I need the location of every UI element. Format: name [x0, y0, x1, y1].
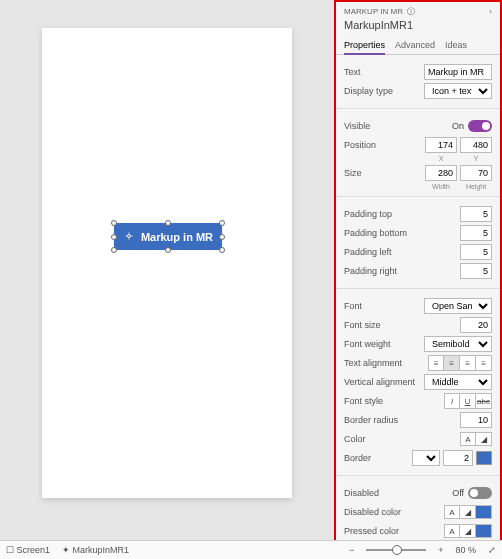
markup-in-mr-control[interactable]: Markup in MR [114, 223, 222, 250]
font-style-group[interactable]: IUabc [444, 393, 492, 409]
zoom-out-button[interactable]: − [349, 545, 354, 555]
border-color-swatch[interactable] [476, 451, 492, 465]
font-color-icon: A [460, 432, 476, 446]
font-size-input[interactable] [460, 317, 492, 333]
tab-ideas[interactable]: Ideas [445, 37, 467, 54]
panel-type-label: MARKUP IN MR ⓘ › [344, 6, 492, 17]
canvas-area[interactable]: Markup in MR [0, 0, 334, 540]
position-y-input[interactable] [460, 137, 492, 153]
tab-advanced[interactable]: Advanced [395, 37, 435, 54]
visible-on-text: On [452, 121, 464, 131]
align-justify-icon: ≡ [476, 355, 492, 371]
zoom-label: 80 % [455, 545, 476, 555]
zoom-slider[interactable] [366, 549, 426, 551]
text-label: Text [344, 67, 424, 77]
svg-point-0 [127, 234, 130, 237]
underline-icon: U [460, 393, 476, 409]
display-type-select[interactable]: Icon + text [424, 83, 492, 99]
position-x-input[interactable] [425, 137, 457, 153]
align-center-icon: ≡ [444, 355, 460, 371]
strike-icon: abc [476, 393, 492, 409]
panel-tabs: Properties Advanced Ideas [336, 37, 500, 55]
font-select[interactable]: Open Sans [424, 298, 492, 314]
properties-panel: MARKUP IN MR ⓘ › MarkupInMR1 Properties … [334, 0, 502, 555]
disabled-color-group[interactable]: A◢ [444, 505, 492, 519]
collapse-icon[interactable]: › [489, 7, 492, 16]
breadcrumb-screen[interactable]: ☐ Screen1 [6, 545, 50, 555]
control-text: Markup in MR [141, 231, 213, 243]
border-radius-input[interactable] [460, 412, 492, 428]
status-bar: ☐ Screen1 ✦ MarkupInMR1 − + 80 % ⤢ [0, 540, 502, 559]
text-align-group[interactable]: ≡≡≡≡ [428, 355, 492, 371]
pad-left-input[interactable] [460, 244, 492, 260]
pressed-color-group[interactable]: A◢ [444, 524, 492, 538]
breadcrumb-control[interactable]: ✦ MarkupInMR1 [62, 545, 129, 555]
pad-bottom-input[interactable] [460, 225, 492, 241]
artboard[interactable]: Markup in MR [42, 28, 292, 498]
align-left-icon: ≡ [428, 355, 444, 371]
border-style-select[interactable]: — [412, 450, 440, 466]
size-h-input[interactable] [460, 165, 492, 181]
disabled-toggle[interactable] [468, 487, 492, 499]
tab-properties[interactable]: Properties [344, 37, 385, 55]
align-right-icon: ≡ [460, 355, 476, 371]
color-group[interactable]: A◢ [460, 432, 492, 446]
italic-icon: I [444, 393, 460, 409]
info-icon[interactable]: ⓘ [407, 6, 415, 17]
vert-align-select[interactable]: Middle [424, 374, 492, 390]
position-label: Position [344, 140, 425, 150]
visible-toggle[interactable] [468, 120, 492, 132]
border-width-input[interactable] [443, 450, 473, 466]
font-weight-select[interactable]: Semibold [424, 336, 492, 352]
pad-top-input[interactable] [460, 206, 492, 222]
markup-mr-icon [123, 230, 135, 244]
fit-screen-icon[interactable]: ⤢ [488, 545, 496, 555]
pad-right-input[interactable] [460, 263, 492, 279]
visible-label: Visible [344, 121, 452, 131]
text-input[interactable] [424, 64, 492, 80]
display-type-label: Display type [344, 86, 424, 96]
panel-control-name: MarkupInMR1 [344, 17, 492, 35]
size-w-input[interactable] [425, 165, 457, 181]
size-label: Size [344, 168, 425, 178]
fill-color-icon: ◢ [476, 432, 492, 446]
zoom-in-button[interactable]: + [438, 545, 443, 555]
